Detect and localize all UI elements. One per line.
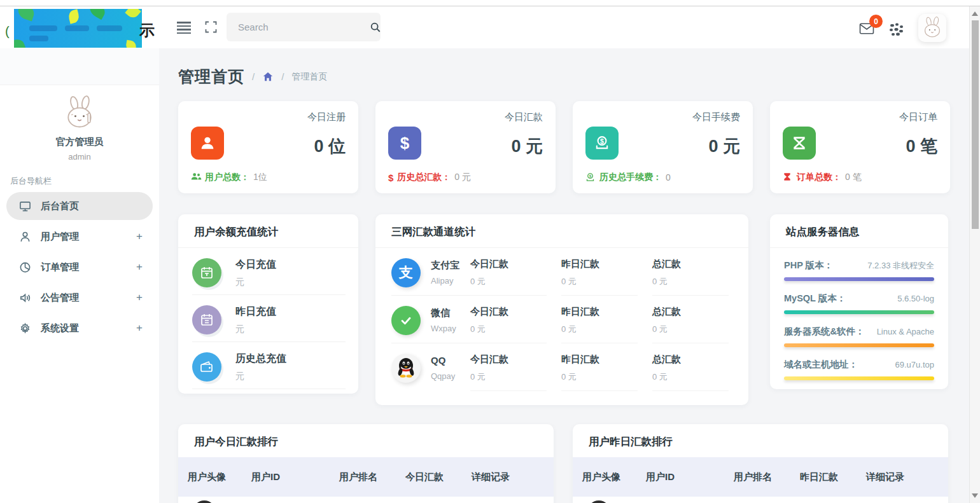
profile-username: admin: [0, 152, 159, 162]
logo-image: [14, 9, 142, 48]
stat-card-fees: $ 今日手续费 0 元 $ 历史总手续费： 0: [573, 101, 753, 193]
pie-chart-icon: [19, 261, 31, 273]
logo-text-partial: 示: [139, 20, 155, 41]
rank-table-today: 用户今日汇款排行 用户头像 用户ID 用户排名 今日汇款 详细记录: [178, 424, 554, 503]
profile-name: 官方管理员: [0, 136, 159, 148]
apps-grid-icon[interactable]: [889, 22, 904, 38]
coin-small-icon: $: [585, 172, 596, 183]
svg-text:$: $: [600, 137, 604, 145]
stats-row: 今日注册 0 位 用户总数： 1位 $ 今日汇款 0 元 $ 历史总汇款：: [178, 101, 969, 193]
stat-label: 今日汇款: [388, 111, 543, 123]
channel-row-qq: QQ Qqpay 今日汇款0 元 昨日汇款0 元 总汇款0 元: [391, 343, 732, 391]
server-row-mysql: MySQL 版本： 5.6.50-log: [784, 293, 934, 314]
card-title: 用户昨日汇款排行: [573, 424, 948, 457]
recharge-row-total: 历史总充值 元: [192, 352, 346, 389]
topbar: 0: [159, 6, 969, 48]
sidebar-item-orders[interactable]: 订单管理 +: [6, 253, 153, 281]
row-avatar: [587, 500, 610, 503]
table-row: [178, 497, 554, 503]
card-title: 站点服务器信息: [770, 214, 948, 248]
recharge-stats-card: 用户余额充值统计 今日充值 元: [178, 214, 358, 394]
calendar-yesterday-icon: [192, 305, 221, 334]
logo-area[interactable]: ( 示: [0, 6, 159, 48]
dollar-icon: $: [388, 127, 421, 160]
table-header-row: 用户头像 用户ID 用户排名 昨日汇款 详细记录: [573, 457, 948, 497]
stat-card-remittance: $ 今日汇款 0 元 $ 历史总汇款： 0 元: [375, 101, 556, 193]
recharge-row-yesterday: 昨日充值 元: [192, 305, 346, 342]
sidebar-item-announcements[interactable]: 公告管理 +: [6, 284, 153, 312]
table-header-row: 用户头像 用户ID 用户排名 今日汇款 详细记录: [178, 457, 554, 497]
expand-plus-icon[interactable]: +: [136, 261, 143, 273]
sidebar-item-label: 订单管理: [41, 261, 136, 273]
wallet-icon: [192, 352, 221, 382]
dollar-small-icon: $: [388, 172, 393, 183]
page-title: 管理首页: [178, 66, 244, 87]
breadcrumb-current[interactable]: 管理首页: [291, 71, 327, 83]
channel-row-wechat: 微信 Wxpay 今日汇款0 元 昨日汇款0 元 总汇款0 元: [391, 296, 732, 343]
sidebar-item-label: 用户管理: [41, 231, 136, 243]
progress-bar: [784, 376, 934, 380]
browser-edge-strip: [0, 0, 980, 6]
messages-button[interactable]: 0: [858, 22, 875, 39]
sidebar-item-label: 公告管理: [41, 292, 136, 304]
nav-section-label: 后台导航栏: [10, 176, 159, 187]
search-input[interactable]: [227, 22, 370, 32]
server-row-php: PHP 版本： 7.2.33 非线程安全: [784, 259, 934, 281]
svg-text:$: $: [589, 174, 592, 178]
sidebar-item-settings[interactable]: 系统设置 +: [6, 314, 153, 342]
monitor-icon: [19, 200, 31, 212]
recharge-row-today: 今日充值 元: [192, 258, 346, 295]
home-icon[interactable]: [262, 71, 274, 83]
user-avatar-button[interactable]: [918, 14, 946, 42]
expand-plus-icon[interactable]: +: [136, 291, 143, 304]
server-info-card: 站点服务器信息 PHP 版本： 7.2.33 非线程安全 MySQL 版本： 5…: [770, 214, 948, 389]
user-icon: [19, 231, 31, 243]
stat-label: 今日订单: [783, 111, 937, 123]
row-avatar: [193, 500, 216, 503]
sidebar-profile: 官方管理员 admin: [0, 85, 159, 162]
sidebar-item-label: 系统设置: [41, 322, 136, 334]
hourglass-small-icon: [783, 172, 793, 183]
progress-bar: [784, 277, 934, 281]
sidebar-spacer-band: [0, 48, 159, 85]
table-row: [573, 497, 948, 503]
card-title: 用户今日汇款排行: [178, 424, 554, 457]
sidebar-item-label: 后台首页: [41, 200, 143, 212]
search-icon[interactable]: [370, 13, 381, 41]
progress-bar: [784, 310, 934, 314]
search-box: [227, 13, 381, 41]
profile-avatar[interactable]: [62, 95, 97, 131]
users-group-icon: [191, 172, 201, 183]
vertical-scrollbar[interactable]: [969, 6, 980, 503]
calendar-today-icon: [192, 258, 221, 287]
menu-toggle-icon[interactable]: [177, 22, 191, 36]
fullscreen-icon[interactable]: [205, 21, 217, 33]
expand-plus-icon[interactable]: +: [136, 322, 143, 334]
stat-label: 今日注册: [191, 111, 346, 123]
card-title: 三网汇款通道统计: [375, 214, 748, 248]
breadcrumb: 管理首页 / / 管理首页: [178, 66, 969, 87]
coin-deposit-icon: $: [585, 127, 619, 160]
scrollbar-thumb[interactable]: [972, 20, 979, 229]
alipay-icon: 支: [391, 258, 421, 287]
sidebar: ( 示 官方管理员 admin 后台导航栏: [0, 6, 159, 503]
server-row-os: 服务器系统&软件： Linux & Apache: [784, 326, 934, 347]
channel-stats-card: 三网汇款通道统计 支 支付宝 Alipay 今日汇款0 元 昨日汇款0 元 总汇…: [375, 214, 748, 405]
sidebar-item-home[interactable]: 后台首页: [6, 192, 153, 220]
scroll-down-arrow-icon[interactable]: [972, 493, 978, 498]
card-title: 用户余额充值统计: [178, 214, 358, 248]
gear-icon: [19, 322, 31, 334]
rabbit-avatar-icon: [921, 17, 944, 39]
mail-badge: 0: [869, 15, 883, 28]
channel-row-alipay: 支 支付宝 Alipay 今日汇款0 元 昨日汇款0 元 总汇款0 元: [391, 248, 732, 296]
sidebar-item-users[interactable]: 用户管理 +: [6, 223, 153, 251]
stat-card-orders: 今日订单 0 笔 订单总数： 0 笔: [770, 101, 950, 193]
stat-label: 今日手续费: [585, 111, 740, 123]
scroll-up-arrow-icon[interactable]: [972, 11, 978, 16]
expand-plus-icon[interactable]: +: [136, 230, 143, 243]
server-row-domain: 域名或主机地址： 69.u7u.top: [784, 359, 934, 380]
rank-table-yesterday: 用户昨日汇款排行 用户头像 用户ID 用户排名 昨日汇款 详细记录: [573, 424, 948, 503]
main-content: 管理首页 / / 管理首页 今日注册 0 位: [159, 48, 969, 503]
logo-text-fragment: (: [5, 24, 10, 39]
progress-bar: [784, 343, 934, 347]
